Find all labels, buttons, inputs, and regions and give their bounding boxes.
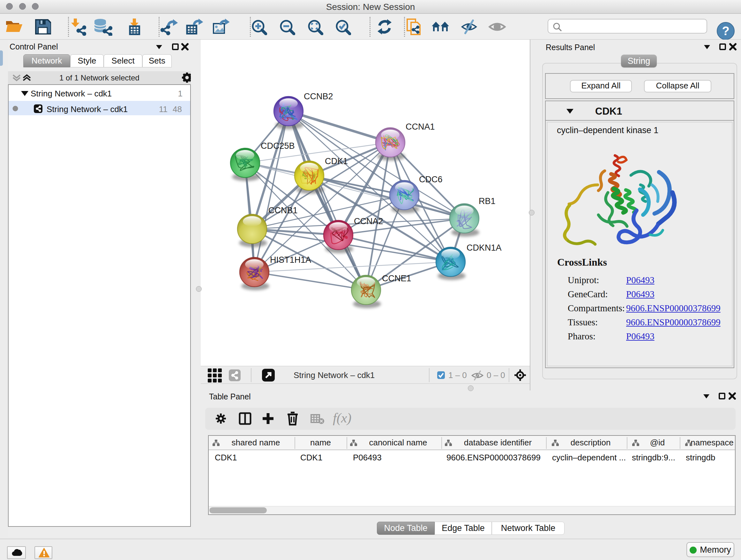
svg-text:HIST1H1A: HIST1H1A: [270, 255, 311, 265]
svg-text:CCNB2: CCNB2: [304, 91, 333, 101]
svg-text:RB1: RB1: [479, 196, 495, 206]
svg-text:CCNA1: CCNA1: [406, 122, 435, 132]
svg-text:CDK1: CDK1: [325, 157, 348, 166]
svg-text:CDKN1A: CDKN1A: [467, 243, 502, 253]
svg-text:CDC25B: CDC25B: [261, 141, 295, 151]
svg-text:CCNB1: CCNB1: [268, 206, 298, 215]
svg-text:CCNE1: CCNE1: [382, 273, 411, 283]
svg-text:CCNA2: CCNA2: [354, 216, 383, 226]
svg-text:CDC6: CDC6: [419, 175, 443, 184]
